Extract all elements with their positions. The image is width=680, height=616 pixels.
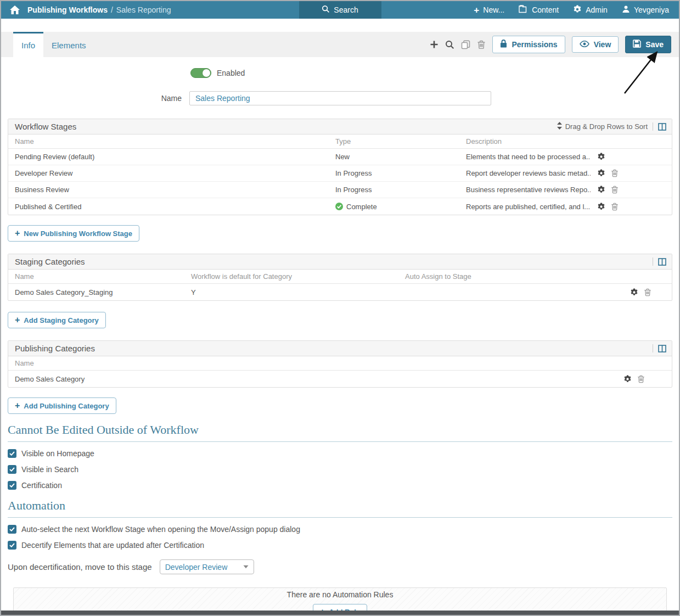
add-icon[interactable] — [430, 40, 439, 49]
row-settings-icon[interactable] — [597, 203, 605, 211]
checkbox-row: Certification — [8, 481, 672, 490]
user-menu-button[interactable]: Yevgeniya — [622, 5, 669, 15]
row-settings-icon[interactable] — [630, 288, 638, 296]
sort-icon — [557, 122, 563, 131]
main-content: Enabled Name Workflow Stages Drag & Drop… — [1, 57, 679, 615]
checkbox-row: Auto-select the next Workflow Stage when… — [8, 525, 672, 534]
decertification-label: Upon decertification, move to this stage — [8, 562, 152, 572]
checkbox-label: Decertify Elements that are updated afte… — [21, 541, 204, 550]
workflow-options-heading: Cannot Be Edited Outside of Workflow — [8, 423, 672, 437]
publishing-categories-panel: Publishing Categories Name Demo Sales Ca… — [8, 340, 672, 388]
view-button[interactable]: View — [572, 36, 619, 53]
table-row[interactable]: Demo Sales Category — [8, 371, 672, 387]
dropdown-value: Developer Review — [165, 563, 243, 572]
new-workflow-stage-button[interactable]: + New Publishing Workflow Stage — [8, 225, 139, 242]
row-settings-icon[interactable] — [623, 375, 632, 383]
search-label: Search — [334, 5, 358, 14]
add-publishing-category-button[interactable]: + Add Publishing Category — [8, 397, 116, 414]
new-menu-button[interactable]: + New... — [474, 5, 504, 15]
copy-icon[interactable] — [461, 40, 470, 49]
certification-checkbox[interactable] — [8, 481, 16, 490]
enabled-label: Enabled — [217, 69, 245, 77]
breadcrumb-root[interactable]: Publishing Workflows — [27, 5, 108, 14]
breadcrumb: Publishing Workflows / Sales Reporting — [27, 5, 171, 14]
columns-icon[interactable] — [658, 345, 666, 352]
permissions-label: Permissions — [512, 40, 557, 49]
automation-heading: Automation — [8, 499, 672, 513]
save-label: Save — [645, 40, 664, 49]
admin-menu-label: Admin — [586, 5, 608, 14]
row-settings-icon[interactable] — [597, 153, 605, 161]
tab-info[interactable]: Info — [13, 32, 43, 57]
content-menu-label: Content — [532, 5, 559, 14]
window-bottom-edge — [1, 611, 679, 615]
save-button[interactable]: Save — [625, 36, 671, 53]
search-icon — [322, 5, 330, 15]
table-row[interactable]: Demo Sales Category_Staging Y — [8, 284, 672, 300]
permissions-button[interactable]: Permissions — [492, 36, 565, 53]
tabs: Info Elements — [13, 32, 94, 57]
tab-elements[interactable]: Elements — [43, 32, 94, 57]
visible-search-checkbox[interactable] — [8, 465, 16, 474]
automation-rules-empty-message: There are no Automation Rules — [287, 590, 394, 599]
staging-categories-panel: Staging Categories Name Workflow is defa… — [8, 254, 672, 301]
section-divider — [8, 441, 672, 442]
home-icon[interactable] — [10, 5, 20, 14]
staging-categories-header: Staging Categories — [8, 254, 672, 270]
table-row[interactable]: Published & Certified Complete Reports a… — [8, 198, 672, 215]
row-delete-icon[interactable] — [611, 169, 619, 177]
staging-categories-column-headers: Name Workflow is default for Category Au… — [8, 270, 672, 284]
columns-icon[interactable] — [658, 258, 666, 266]
tab-toolbar: Info Elements Permissions — [1, 32, 679, 57]
plus-icon: + — [15, 229, 20, 238]
enabled-toggle[interactable] — [190, 68, 211, 78]
plus-icon: + — [15, 401, 20, 410]
gear-icon — [573, 5, 582, 15]
workflow-stages-header: Workflow Stages Drag & Drop Rows to Sort — [8, 119, 672, 135]
user-menu-label: Yevgeniya — [634, 5, 669, 14]
visible-homepage-checkbox[interactable] — [8, 449, 16, 458]
workflow-stages-title: Workflow Stages — [15, 122, 76, 131]
content-menu-button[interactable]: Content — [519, 5, 559, 15]
row-delete-icon[interactable] — [644, 288, 651, 296]
section-divider — [8, 517, 672, 518]
enabled-row: Enabled — [190, 68, 672, 78]
publishing-categories-header: Publishing Categories — [8, 341, 672, 356]
table-row[interactable]: Developer Review In Progress Report deve… — [8, 165, 672, 182]
top-navbar: Publishing Workflows / Sales Reporting S… — [1, 1, 679, 19]
admin-menu-button[interactable]: Admin — [573, 5, 608, 15]
auto-select-stage-checkbox[interactable] — [8, 525, 16, 534]
search-icon-toolbar[interactable] — [445, 40, 454, 49]
checkbox-row: Visible in Search — [8, 465, 672, 474]
workflow-stages-column-headers: Name Type Description — [8, 135, 672, 149]
chevron-down-icon — [243, 565, 249, 569]
breadcrumb-current: Sales Reporting — [116, 5, 171, 14]
add-staging-category-button[interactable]: + Add Staging Category — [8, 312, 106, 328]
table-row[interactable]: Business Review In Progress Business rep… — [8, 182, 672, 198]
columns-icon[interactable] — [658, 123, 666, 131]
app-window: Publishing Workflows / Sales Reporting S… — [0, 0, 680, 616]
checkbox-row: Visible on Homepage — [8, 449, 672, 458]
name-input[interactable] — [189, 91, 491, 105]
checkbox-label: Visible on Homepage — [21, 449, 94, 458]
row-delete-icon[interactable] — [637, 375, 645, 383]
row-settings-icon[interactable] — [597, 169, 605, 177]
checkbox-label: Auto-select the next Workflow Stage when… — [21, 525, 300, 534]
save-icon — [633, 40, 641, 49]
navbar-menu: + New... Content Admin Yevgeniya — [474, 5, 679, 15]
name-row: Name — [8, 91, 672, 105]
checkbox-label: Visible in Search — [21, 465, 78, 474]
decertification-stage-dropdown[interactable]: Developer Review — [160, 559, 254, 574]
row-settings-icon[interactable] — [597, 186, 605, 194]
delete-icon[interactable] — [477, 40, 486, 49]
user-icon — [622, 5, 630, 15]
search-button[interactable]: Search — [299, 1, 381, 19]
plus-icon: + — [15, 316, 20, 324]
checkbox-label: Certification — [21, 481, 62, 490]
publishing-categories-title: Publishing Categories — [15, 344, 95, 353]
new-menu-label: New... — [483, 5, 504, 14]
row-delete-icon[interactable] — [611, 186, 619, 194]
row-delete-icon[interactable] — [611, 203, 619, 211]
decertify-elements-checkbox[interactable] — [8, 541, 16, 550]
table-row[interactable]: Pending Review (default) New Elements th… — [8, 149, 672, 165]
